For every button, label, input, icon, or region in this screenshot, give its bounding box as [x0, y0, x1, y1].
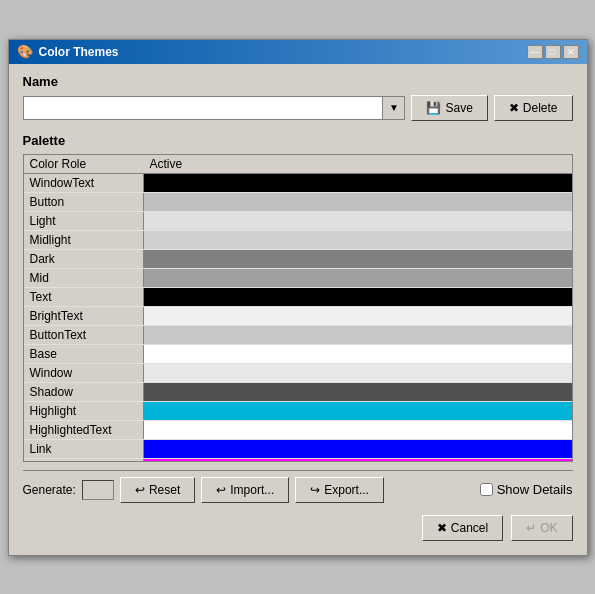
palette-table-wrapper[interactable]: Color Role Active WindowTextButtonLightM…	[23, 154, 573, 462]
color-cell[interactable]	[144, 344, 572, 363]
role-cell: Shadow	[24, 382, 144, 401]
table-row[interactable]: LinkVisited	[24, 458, 572, 462]
dialog-body: Name ▼ 💾 Save ✖ Delete Palette	[9, 64, 587, 555]
title-bar-left: 🎨 Color Themes	[17, 44, 119, 60]
color-cell[interactable]	[144, 211, 572, 230]
ok-icon: ↵	[526, 521, 536, 535]
role-cell: Midlight	[24, 230, 144, 249]
color-cell[interactable]	[144, 230, 572, 249]
name-input[interactable]	[24, 99, 383, 117]
header-color-role: Color Role	[24, 155, 144, 174]
cancel-label: Cancel	[451, 521, 488, 535]
role-cell: BrightText	[24, 306, 144, 325]
color-swatch	[144, 174, 572, 192]
generate-label: Generate:	[23, 483, 76, 497]
table-row[interactable]: Highlight	[24, 401, 572, 420]
color-swatch	[144, 231, 572, 249]
color-cell[interactable]	[144, 249, 572, 268]
color-swatch	[144, 307, 572, 325]
import-icon: ↩	[216, 483, 226, 497]
color-swatch	[144, 288, 572, 306]
export-label: Export...	[324, 483, 369, 497]
reset-button[interactable]: ↩ Reset	[120, 477, 195, 503]
save-icon: 💾	[426, 101, 441, 115]
table-row[interactable]: Text	[24, 287, 572, 306]
table-row[interactable]: Light	[24, 211, 572, 230]
export-button[interactable]: ↪ Export...	[295, 477, 384, 503]
name-section-label: Name	[23, 74, 573, 89]
color-cell[interactable]	[144, 325, 572, 344]
footer-row: ✖ Cancel ↵ OK	[23, 509, 573, 545]
cancel-button[interactable]: ✖ Cancel	[422, 515, 503, 541]
show-details-wrap: Show Details	[480, 482, 573, 497]
color-swatch	[144, 383, 572, 401]
role-cell: LinkVisited	[24, 458, 144, 462]
close-button[interactable]: ✕	[563, 45, 579, 59]
table-row[interactable]: Window	[24, 363, 572, 382]
color-swatch	[144, 364, 572, 382]
title-bar-buttons: — □ ✕	[527, 45, 579, 59]
role-cell: Mid	[24, 268, 144, 287]
color-cell[interactable]	[144, 268, 572, 287]
palette-section: Palette Color Role Active WindowTextButt…	[23, 133, 573, 462]
ok-label: OK	[540, 521, 557, 535]
color-cell[interactable]	[144, 439, 572, 458]
save-button[interactable]: 💾 Save	[411, 95, 487, 121]
delete-icon: ✖	[509, 101, 519, 115]
color-cell[interactable]	[144, 382, 572, 401]
table-row[interactable]: Base	[24, 344, 572, 363]
palette-header-row: Color Role Active	[24, 155, 572, 174]
role-cell: Base	[24, 344, 144, 363]
table-row[interactable]: ButtonText	[24, 325, 572, 344]
color-swatch	[144, 421, 572, 439]
color-swatch	[144, 212, 572, 230]
header-active: Active	[144, 155, 572, 174]
table-row[interactable]: Dark	[24, 249, 572, 268]
delete-label: Delete	[523, 101, 558, 115]
color-swatch	[144, 269, 572, 287]
table-row[interactable]: BrightText	[24, 306, 572, 325]
role-cell: Highlight	[24, 401, 144, 420]
palette-tbody: WindowTextButtonLightMidlightDarkMidText…	[24, 173, 572, 462]
table-row[interactable]: Mid	[24, 268, 572, 287]
ok-button[interactable]: ↵ OK	[511, 515, 572, 541]
role-cell: WindowText	[24, 173, 144, 192]
color-cell[interactable]	[144, 363, 572, 382]
maximize-button[interactable]: □	[545, 45, 561, 59]
color-cell[interactable]	[144, 287, 572, 306]
role-cell: Link	[24, 439, 144, 458]
generate-color-box[interactable]	[82, 480, 114, 500]
role-cell: Button	[24, 192, 144, 211]
color-swatch	[144, 250, 572, 268]
import-button[interactable]: ↩ Import...	[201, 477, 289, 503]
role-cell: Window	[24, 363, 144, 382]
show-details-checkbox[interactable]	[480, 483, 493, 496]
color-cell[interactable]	[144, 420, 572, 439]
cancel-icon: ✖	[437, 521, 447, 535]
color-cell[interactable]	[144, 306, 572, 325]
name-combo[interactable]: ▼	[23, 96, 406, 120]
delete-button[interactable]: ✖ Delete	[494, 95, 573, 121]
combo-arrow-icon[interactable]: ▼	[382, 97, 404, 119]
minimize-button[interactable]: —	[527, 45, 543, 59]
color-cell[interactable]	[144, 192, 572, 211]
color-cell[interactable]	[144, 173, 572, 192]
color-cell[interactable]	[144, 401, 572, 420]
role-cell: ButtonText	[24, 325, 144, 344]
table-row[interactable]: Link	[24, 439, 572, 458]
color-swatch	[144, 345, 572, 363]
name-row: ▼ 💾 Save ✖ Delete	[23, 95, 573, 121]
table-row[interactable]: WindowText	[24, 173, 572, 192]
role-cell: HighlightedText	[24, 420, 144, 439]
role-cell: Light	[24, 211, 144, 230]
table-row[interactable]: HighlightedText	[24, 420, 572, 439]
dialog-icon: 🎨	[17, 44, 33, 60]
table-row[interactable]: Button	[24, 192, 572, 211]
table-row[interactable]: Midlight	[24, 230, 572, 249]
color-swatch	[144, 402, 572, 420]
table-row[interactable]: Shadow	[24, 382, 572, 401]
color-swatch	[144, 193, 572, 211]
palette-table: Color Role Active WindowTextButtonLightM…	[24, 155, 572, 462]
color-cell[interactable]	[144, 458, 572, 462]
export-icon: ↪	[310, 483, 320, 497]
